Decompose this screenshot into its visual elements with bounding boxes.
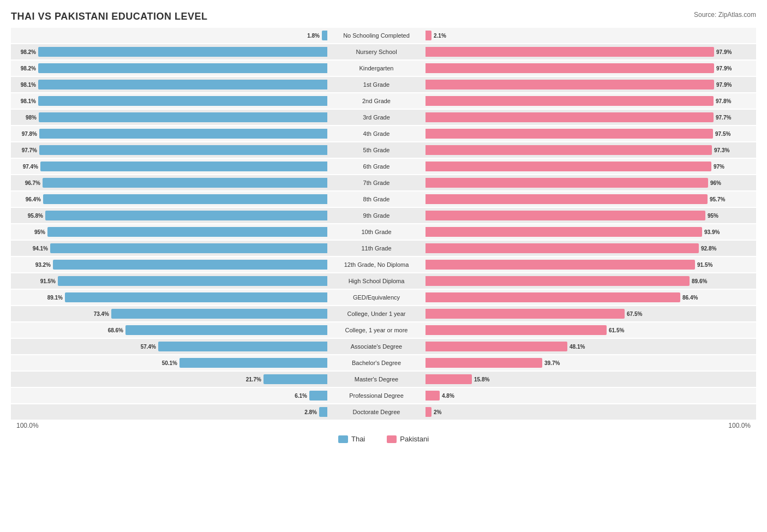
chart-row: 93.2%12th Grade, No Diploma91.5% xyxy=(11,257,756,272)
bars-wrapper: 98.1%2nd Grade97.8% xyxy=(11,93,756,109)
chart-row: 2.8%Doctorate Degree2% xyxy=(11,404,756,420)
row-label: Associate's Degree xyxy=(327,343,426,350)
footer-labels: 100.0% 100.0% xyxy=(11,422,756,429)
left-section: 68.6% xyxy=(11,322,327,338)
value-pakistani: 39.7% xyxy=(542,360,560,366)
bars-wrapper: 96.7%7th Grade96% xyxy=(11,175,756,190)
bar-pakistani: 93.9% xyxy=(426,227,702,237)
bars-wrapper: 97.4%6th Grade97% xyxy=(11,159,756,174)
row-label: Doctorate Degree xyxy=(327,409,426,415)
chart-row: 95%10th Grade93.9% xyxy=(11,224,756,240)
bar-pakistani: 97% xyxy=(426,162,711,171)
chart-row: 98.1%1st Grade97.9% xyxy=(11,77,756,92)
bar-thai: 98.1% xyxy=(38,80,327,89)
row-label: 3rd Grade xyxy=(327,114,426,121)
right-section: 67.5% xyxy=(426,306,742,321)
bar-thai: 98.2% xyxy=(38,47,327,57)
row-label: 6th Grade xyxy=(327,163,426,170)
bar-pakistani: 4.8% xyxy=(426,391,440,401)
bar-thai: 94.1% xyxy=(50,243,327,253)
bar-thai: 68.6% xyxy=(125,325,327,335)
left-section: 94.1% xyxy=(11,241,327,256)
bar-pakistani: 95% xyxy=(426,211,705,220)
left-section: 57.4% xyxy=(11,339,327,354)
bars-wrapper: 98%3rd Grade97.7% xyxy=(11,110,756,125)
value-pakistani: 15.8% xyxy=(472,376,489,382)
value-thai: 2.8% xyxy=(304,409,319,415)
row-label: 12th Grade, No Diploma xyxy=(327,261,426,268)
left-section: 91.5% xyxy=(11,273,327,289)
right-section: 95% xyxy=(426,208,742,223)
value-pakistani: 97.7% xyxy=(714,115,731,121)
row-label: 1st Grade xyxy=(327,81,426,88)
left-section: 98.2% xyxy=(11,61,327,76)
value-thai: 6.1% xyxy=(295,393,309,399)
value-thai: 93.2% xyxy=(35,262,53,268)
value-pakistani: 97.8% xyxy=(714,98,731,104)
bars-wrapper: 68.6%College, 1 year or more61.5% xyxy=(11,322,756,338)
value-pakistani: 96% xyxy=(708,180,721,186)
legend-thai: Thai xyxy=(338,435,365,443)
left-section: 97.8% xyxy=(11,126,327,141)
row-label: Kindergarten xyxy=(327,65,426,71)
bars-wrapper: 97.7%5th Grade97.3% xyxy=(11,142,756,158)
footer-left: 100.0% xyxy=(16,422,39,429)
right-section: 97.8% xyxy=(426,93,742,109)
legend-thai-label: Thai xyxy=(351,435,365,443)
right-section: 2% xyxy=(426,404,742,420)
chart-row: 96.7%7th Grade96% xyxy=(11,175,756,190)
value-thai: 73.4% xyxy=(94,311,111,317)
value-thai: 89.1% xyxy=(47,295,65,301)
bar-pakistani: 48.1% xyxy=(426,342,567,351)
chart-row: 97.7%5th Grade97.3% xyxy=(11,142,756,158)
bar-pakistani: 15.8% xyxy=(426,374,472,384)
value-thai: 1.8% xyxy=(307,33,322,39)
bar-pakistani: 96% xyxy=(426,178,708,188)
left-section: 21.7% xyxy=(11,372,327,387)
right-section: 92.8% xyxy=(426,241,742,256)
right-section: 97.7% xyxy=(426,110,742,125)
chart-row: 57.4%Associate's Degree48.1% xyxy=(11,339,756,354)
left-section: 98.1% xyxy=(11,93,327,109)
value-pakistani: 97.9% xyxy=(714,49,732,55)
right-section: 97% xyxy=(426,159,742,174)
bar-thai: 98% xyxy=(39,112,327,122)
left-section: 89.1% xyxy=(11,290,327,305)
bar-pakistani: 2% xyxy=(426,407,432,417)
row-label: 5th Grade xyxy=(327,147,426,153)
left-section: 93.2% xyxy=(11,257,327,272)
bars-wrapper: 98.2%Kindergarten97.9% xyxy=(11,61,756,76)
bars-wrapper: 6.1%Professional Degree4.8% xyxy=(11,388,756,403)
chart-row: 98%3rd Grade97.7% xyxy=(11,110,756,125)
row-label: Professional Degree xyxy=(327,392,426,399)
bar-thai: 97.8% xyxy=(39,129,327,139)
left-section: 1.8% xyxy=(11,28,327,43)
chart-row: 50.1%Bachelor's Degree39.7% xyxy=(11,355,756,370)
value-thai: 98% xyxy=(26,115,39,121)
bar-thai: 97.7% xyxy=(39,145,327,155)
chart-row: 68.6%College, 1 year or more61.5% xyxy=(11,322,756,338)
legend-pakistani-label: Pakistani xyxy=(400,435,429,443)
bar-pakistani: 2.1% xyxy=(426,31,432,40)
row-label: GED/Equivalency xyxy=(327,294,426,301)
right-section: 97.9% xyxy=(426,77,742,92)
right-section: 89.6% xyxy=(426,273,742,289)
bar-pakistani: 61.5% xyxy=(426,325,607,335)
bar-thai: 95.8% xyxy=(45,211,327,220)
left-section: 98.1% xyxy=(11,77,327,92)
bar-thai: 50.1% xyxy=(179,358,327,368)
value-thai: 91.5% xyxy=(40,278,58,284)
row-label: Nursery School xyxy=(327,49,426,55)
left-section: 98% xyxy=(11,110,327,125)
bar-pakistani: 97.3% xyxy=(426,145,712,155)
value-pakistani: 97.5% xyxy=(713,131,730,137)
left-section: 6.1% xyxy=(11,388,327,403)
bar-thai: 97.4% xyxy=(40,162,327,171)
bars-wrapper: 73.4%College, Under 1 year67.5% xyxy=(11,306,756,321)
value-pakistani: 89.6% xyxy=(690,278,707,284)
bar-pakistani: 97.9% xyxy=(426,47,714,57)
row-label: 2nd Grade xyxy=(327,98,426,104)
value-pakistani: 48.1% xyxy=(567,344,585,350)
right-section: 97.3% xyxy=(426,142,742,158)
value-pakistani: 97.9% xyxy=(714,65,732,71)
